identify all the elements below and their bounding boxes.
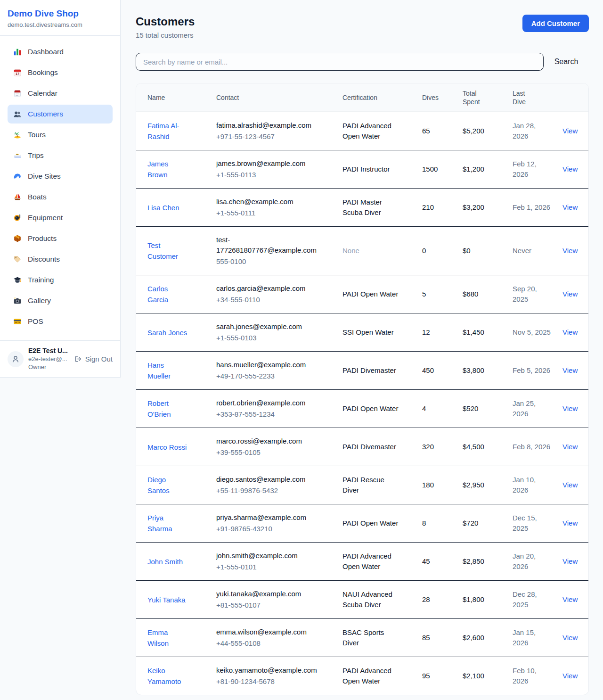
customer-dives: 28	[411, 581, 451, 619]
customer-phone: +1-555-0103	[216, 333, 325, 343]
customer-dives: 180	[411, 466, 451, 504]
sidebar-item-boats[interactable]: Boats	[8, 188, 113, 206]
customer-phone: +1-555-0113	[216, 170, 325, 180]
avatar	[8, 351, 24, 367]
customer-name-link[interactable]: Yuki Tanaka	[147, 596, 186, 604]
view-link[interactable]: View	[562, 634, 578, 642]
sidebar-item-trips[interactable]: Trips	[8, 146, 113, 165]
table-row: Keiko Yamamoto keiko.yamamoto@example.co…	[136, 657, 589, 695]
view-link[interactable]: View	[562, 127, 578, 135]
sidebar-item-products[interactable]: Products	[8, 229, 113, 248]
sidebar-item-tours[interactable]: Tours	[8, 125, 113, 144]
view-link[interactable]: View	[562, 443, 578, 451]
view-link[interactable]: View	[562, 519, 578, 527]
customer-name-link[interactable]: James Brown	[147, 160, 168, 179]
view-link[interactable]: View	[562, 165, 578, 173]
customer-name-link[interactable]: Hans Mueller	[147, 361, 171, 380]
customer-name-link[interactable]: Carlos Garcia	[147, 285, 168, 304]
customer-certification: PADI Advanced Open Water	[331, 112, 411, 150]
customer-name-link[interactable]: Marco Rossi	[147, 443, 187, 451]
table-row: Fatima Al-Rashid fatima.alrashid@example…	[136, 112, 589, 150]
customer-name-link[interactable]: Robert O'Brien	[147, 399, 171, 418]
customer-certification: PADI Master Scuba Diver	[331, 189, 411, 227]
customer-last-dive: Dec 15, 2025	[501, 504, 551, 543]
sidebar-item-dashboard[interactable]: Dashboard	[8, 42, 113, 61]
sidebar-item-equipment[interactable]: Equipment	[8, 208, 113, 227]
customer-name-link[interactable]: Diego Santos	[147, 476, 170, 494]
sidebar-item-training[interactable]: Training	[8, 271, 113, 289]
customer-total-spent: $1,800	[451, 581, 501, 619]
customer-email: yuki.tanaka@example.com	[216, 589, 325, 599]
table-row: Carlos Garcia carlos.garcia@example.com …	[136, 275, 589, 313]
view-link[interactable]: View	[562, 481, 578, 489]
sidebar-item-gallery[interactable]: Gallery	[8, 291, 113, 310]
customer-phone: +353-87-555-1234	[216, 409, 325, 420]
customer-certification: PADI Divemaster	[331, 428, 411, 466]
customer-phone: +49-170-555-2233	[216, 371, 325, 381]
sidebar-item-dive-sites[interactable]: Dive Sites	[8, 167, 113, 186]
customer-dives: 12	[411, 313, 451, 352]
column-header-contact: Contact	[205, 83, 331, 112]
customer-phone: +55-11-99876-5432	[216, 486, 325, 496]
customer-certification: None	[331, 227, 411, 275]
search-input[interactable]	[136, 53, 544, 71]
customer-total-spent: $3,200	[451, 189, 501, 227]
customer-name-link[interactable]: Fatima Al-Rashid	[147, 122, 179, 140]
customer-email: marco.rossi@example.com	[216, 436, 325, 446]
main-content: Customers 15 total customers Add Custome…	[121, 0, 603, 695]
customer-phone: +1-555-0101	[216, 562, 325, 572]
graduation-cap-icon	[13, 276, 22, 284]
sign-out-button[interactable]: Sign Out	[74, 355, 113, 363]
view-link[interactable]: View	[562, 672, 578, 680]
customer-name-link[interactable]: Test Customer	[147, 241, 178, 260]
customer-total-spent: $2,950	[451, 466, 501, 504]
sidebar-item-bookings[interactable]: Bookings	[8, 63, 113, 82]
sidebar-nav: Dashboard Bookings Calendar Customers To…	[0, 36, 120, 340]
sidebar-user-section: E2E Test U... e2e-tester@... Owner Sign …	[0, 340, 120, 377]
customers-table-card: NameContactCertificationDivesTotal Spent…	[136, 83, 589, 695]
view-link[interactable]: View	[562, 366, 578, 374]
tag-icon	[13, 255, 22, 264]
shop-domain: demo.test.divestreams.com	[8, 21, 113, 28]
customer-certification: NAUI Advanced Scuba Diver	[331, 581, 411, 619]
view-link[interactable]: View	[562, 290, 578, 298]
sidebar-item-discounts[interactable]: Discounts	[8, 250, 113, 269]
sidebar-item-calendar[interactable]: Calendar	[8, 84, 113, 103]
people-icon	[13, 110, 22, 118]
customer-name-link[interactable]: Emma Wilson	[147, 628, 169, 647]
sidebar-item-customers[interactable]: Customers	[8, 105, 113, 124]
customer-name-link[interactable]: Lisa Chen	[147, 204, 179, 212]
table-header-row: NameContactCertificationDivesTotal Spent…	[136, 83, 589, 112]
column-header-total-spent: Total Spent	[451, 83, 501, 112]
customer-phone: +81-555-0107	[216, 600, 325, 610]
customer-dives: 8	[411, 504, 451, 543]
view-link[interactable]: View	[562, 328, 578, 336]
customer-email: priya.sharma@example.com	[216, 512, 325, 523]
customer-certification: PADI Instructor	[331, 150, 411, 189]
shop-name: Demo Dive Shop	[8, 8, 113, 19]
column-header-actions	[551, 83, 589, 112]
customer-name-link[interactable]: John Smith	[147, 558, 183, 566]
view-link[interactable]: View	[562, 247, 578, 255]
sidebar: Demo Dive Shop demo.test.divestreams.com…	[0, 0, 121, 378]
customer-name-link[interactable]: Keiko Yamamoto	[147, 667, 181, 685]
customer-name-link[interactable]: Priya Sharma	[147, 514, 172, 533]
page-title-block: Customers 15 total customers	[136, 15, 195, 39]
customer-total-spent: $5,200	[451, 112, 501, 150]
view-link[interactable]: View	[562, 557, 578, 565]
view-link[interactable]: View	[562, 404, 578, 412]
view-link[interactable]: View	[562, 203, 578, 211]
sidebar-item-pos[interactable]: POS	[8, 312, 113, 331]
customer-total-spent: $4,500	[451, 428, 501, 466]
customer-dives: 85	[411, 619, 451, 657]
customer-last-dive: Feb 8, 2026	[501, 428, 551, 466]
customer-phone: +81-90-1234-5678	[216, 676, 325, 687]
customer-name-link[interactable]: Sarah Jones	[147, 329, 187, 337]
view-link[interactable]: View	[562, 595, 578, 603]
customer-email: keiko.yamamoto@example.com	[216, 665, 325, 675]
add-customer-button[interactable]: Add Customer	[522, 15, 589, 32]
search-button[interactable]: Search	[544, 58, 589, 66]
customer-phone: +971-55-123-4567	[216, 132, 325, 142]
column-header-name: Name	[136, 83, 205, 112]
customer-phone: +91-98765-43210	[216, 524, 325, 534]
